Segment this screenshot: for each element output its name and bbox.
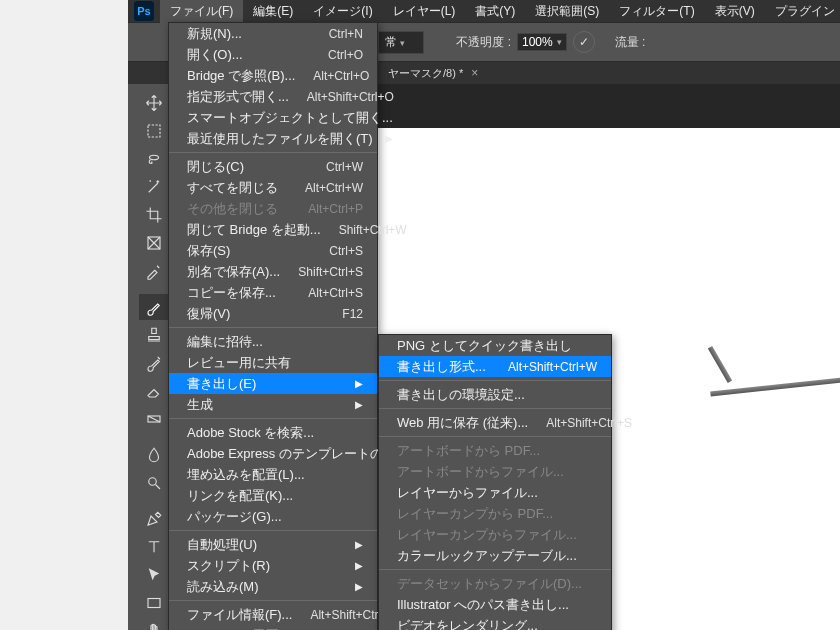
history-brush-tool[interactable]: [139, 350, 169, 376]
hand-tool[interactable]: [139, 618, 169, 630]
eyedropper-tool[interactable]: [139, 258, 169, 284]
lasso-tool[interactable]: [139, 146, 169, 172]
file-menu-item-28[interactable]: スクリプト(R)▶: [169, 555, 377, 576]
file-menu-item-14[interactable]: 復帰(V)F12: [169, 303, 377, 324]
move-tool[interactable]: [139, 90, 169, 116]
file-menu-item-0[interactable]: 新規(N)...Ctrl+N: [169, 23, 377, 44]
menu-item-label: 閉じて Bridge を起動...: [187, 221, 321, 239]
submenu-arrow-icon: ▶: [355, 560, 363, 571]
submenu-arrow-icon: ▶: [355, 399, 363, 410]
menu-item-shortcut: Ctrl+N: [329, 27, 363, 41]
menubar-item-0[interactable]: ファイル(F): [160, 0, 243, 23]
file-menu-item-1[interactable]: 開く(O)...Ctrl+O: [169, 44, 377, 65]
opacity-value[interactable]: 100%▾: [517, 33, 567, 51]
menu-item-label: ファイル情報(F)...: [187, 606, 292, 624]
file-menu-item-23[interactable]: 埋め込みを配置(L)...: [169, 464, 377, 485]
file-menu-item-27[interactable]: 自動処理(U)▶: [169, 534, 377, 555]
menubar-item-6[interactable]: フィルター(T): [609, 0, 704, 23]
menu-item-label: リンクを配置(K)...: [187, 487, 293, 505]
gradient-tool[interactable]: [139, 406, 169, 432]
file-menu-item-12[interactable]: 別名で保存(A)...Shift+Ctrl+S: [169, 261, 377, 282]
file-menu-item-16[interactable]: 編集に招待...: [169, 331, 377, 352]
path-select-tool[interactable]: [139, 562, 169, 588]
menubar-item-2[interactable]: イメージ(I): [303, 0, 382, 23]
menu-item-label: 書き出しの環境設定...: [397, 386, 525, 404]
export-menu-item-5[interactable]: Web 用に保存 (従来)...Alt+Shift+Ctrl+S: [379, 412, 611, 433]
file-menu-item-31[interactable]: ファイル情報(F)...Alt+Shift+Ctrl+I: [169, 604, 377, 625]
export-submenu: PNG としてクイック書き出し書き出し形式...Alt+Shift+Ctrl+W…: [378, 334, 612, 630]
file-menu-item-7[interactable]: 閉じる(C)Ctrl+W: [169, 156, 377, 177]
menu-item-label: バージョン履歴(V): [187, 627, 295, 631]
svg-rect-0: [148, 125, 160, 137]
file-menu-separator: [169, 327, 377, 328]
file-menu-item-8[interactable]: すべてを閉じるAlt+Ctrl+W: [169, 177, 377, 198]
file-menu-item-29[interactable]: 読み込み(M)▶: [169, 576, 377, 597]
marquee-tool[interactable]: [139, 118, 169, 144]
menubar-item-8[interactable]: プラグイン: [765, 0, 840, 23]
menubar-item-7[interactable]: 表示(V): [705, 0, 765, 23]
crop-tool[interactable]: [139, 202, 169, 228]
export-menu-item-14: データセットからファイル(D)...: [379, 573, 611, 594]
export-menu-item-10: レイヤーカンプから PDF...: [379, 503, 611, 524]
brush-tool[interactable]: [139, 294, 169, 320]
menu-item-label: PNG としてクイック書き出し: [397, 337, 572, 355]
export-menu-item-9[interactable]: レイヤーからファイル...: [379, 482, 611, 503]
rectangle-tool[interactable]: [139, 590, 169, 616]
file-menu-item-24[interactable]: リンクを配置(K)...: [169, 485, 377, 506]
file-menu-item-22[interactable]: Adobe Express のテンプレートの検索...: [169, 443, 377, 464]
menubar-item-1[interactable]: 編集(E): [243, 0, 303, 23]
file-menu-item-25[interactable]: パッケージ(G)...: [169, 506, 377, 527]
export-menu-item-0[interactable]: PNG としてクイック書き出し: [379, 335, 611, 356]
pen-tool[interactable]: [139, 506, 169, 532]
export-menu-item-12[interactable]: カラールックアップテーブル...: [379, 545, 611, 566]
export-menu-item-1[interactable]: 書き出し形式...Alt+Shift+Ctrl+W: [379, 356, 611, 377]
file-menu-item-17[interactable]: レビュー用に共有: [169, 352, 377, 373]
file-menu-item-18[interactable]: 書き出し(E)▶: [169, 373, 377, 394]
menu-item-label: 書き出し(E): [187, 375, 256, 393]
menu-item-label: 書き出し形式...: [397, 358, 486, 376]
file-menu-item-19[interactable]: 生成▶: [169, 394, 377, 415]
menu-item-label: Illustrator へのパス書き出し...: [397, 596, 569, 614]
menubar-item-5[interactable]: 選択範囲(S): [525, 0, 609, 23]
file-menu-item-32[interactable]: バージョン履歴(V): [169, 625, 377, 630]
menu-item-label: Adobe Stock を検索...: [187, 424, 314, 442]
export-menu-item-3[interactable]: 書き出しの環境設定...: [379, 384, 611, 405]
menu-item-label: 保存(S): [187, 242, 230, 260]
mode-select[interactable]: 常 ▾: [378, 31, 424, 54]
smudge-tool[interactable]: [139, 442, 169, 468]
file-menu-item-3[interactable]: 指定形式で開く...Alt+Shift+Ctrl+O: [169, 86, 377, 107]
dodge-tool[interactable]: [139, 470, 169, 496]
file-menu-item-5[interactable]: 最近使用したファイルを開く(T)▶: [169, 128, 377, 149]
file-menu-item-21[interactable]: Adobe Stock を検索...: [169, 422, 377, 443]
pressure-opacity-icon[interactable]: ✓: [573, 31, 595, 53]
menu-item-shortcut: F12: [342, 307, 363, 321]
export-menu-item-15[interactable]: Illustrator へのパス書き出し...: [379, 594, 611, 615]
menubar-item-3[interactable]: レイヤー(L): [383, 0, 466, 23]
export-menu-item-16[interactable]: ビデオをレンダリング...: [379, 615, 611, 630]
document-tab[interactable]: ヤーマスク/8) * ×: [378, 63, 488, 84]
file-menu-item-9: その他を閉じるAlt+Ctrl+P: [169, 198, 377, 219]
menu-item-label: 最近使用したファイルを開く(T): [187, 130, 373, 148]
menubar-item-4[interactable]: 書式(Y): [465, 0, 525, 23]
eraser-tool[interactable]: [139, 378, 169, 404]
menu-item-label: レイヤーカンプからファイル...: [397, 526, 577, 544]
file-menu-item-2[interactable]: Bridge で参照(B)...Alt+Ctrl+O: [169, 65, 377, 86]
type-tool[interactable]: [139, 534, 169, 560]
menu-item-label: アートボードから PDF...: [397, 442, 540, 460]
menu-item-label: カラールックアップテーブル...: [397, 547, 577, 565]
menu-item-shortcut: Alt+Shift+Ctrl+S: [546, 416, 632, 430]
file-menu-item-13[interactable]: コピーを保存...Alt+Ctrl+S: [169, 282, 377, 303]
menu-item-label: パッケージ(G)...: [187, 508, 282, 526]
close-icon[interactable]: ×: [471, 66, 478, 80]
magic-wand-tool[interactable]: [139, 174, 169, 200]
file-menu-item-4[interactable]: スマートオブジェクトとして開く...: [169, 107, 377, 128]
file-menu-separator: [169, 418, 377, 419]
file-menu-item-10[interactable]: 閉じて Bridge を起動...Shift+Ctrl+W: [169, 219, 377, 240]
file-menu-item-11[interactable]: 保存(S)Ctrl+S: [169, 240, 377, 261]
menu-item-label: レイヤーカンプから PDF...: [397, 505, 553, 523]
menu-item-shortcut: Shift+Ctrl+S: [298, 265, 363, 279]
submenu-arrow-icon: ▶: [385, 133, 393, 144]
stamp-tool[interactable]: [139, 322, 169, 348]
menu-item-shortcut: Ctrl+S: [329, 244, 363, 258]
frame-tool[interactable]: [139, 230, 169, 256]
